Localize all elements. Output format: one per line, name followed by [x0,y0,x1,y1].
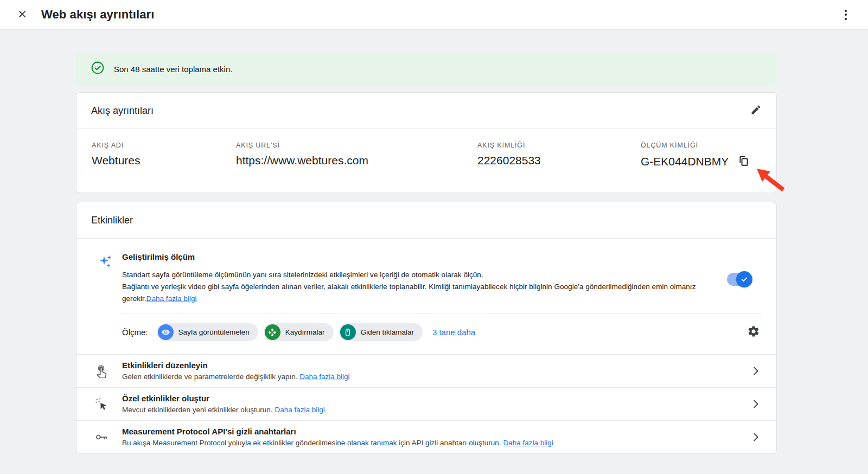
field-label: AKIŞ URL'Sİ [236,142,477,149]
pencil-icon [750,104,762,117]
kebab-icon [845,10,847,12]
close-button[interactable] [14,7,30,23]
copy-button[interactable] [736,154,751,169]
toggle-check-icon [736,271,752,287]
chevron-right-icon [749,430,763,444]
row-description: Mevcut etkinliklerden yeni etkinlikler o… [122,406,749,414]
enhanced-measurement-settings-button[interactable] [745,324,762,341]
chip-label: Kaydırmalar [285,328,325,336]
chip-page-views: Sayfa görüntülemeleri [157,323,258,341]
banner-message: Son 48 saatte veri toplama etkin. [114,65,232,74]
stream-details-header: Akış ayrıntıları [76,93,776,129]
main-content: Son 48 saatte veri toplama etkin. Akış a… [76,30,777,454]
row-description: Bu akışa Measurement Protocol yoluyla ek… [122,439,749,447]
enhanced-measurement-toggle[interactable] [727,273,751,286]
sparkle-icon [92,252,122,304]
data-collection-banner: Son 48 saatte veri toplama etkin. [76,53,777,85]
enhanced-measurement-section: Geliştirilmiş ölçüm Standart sayfa görün… [76,239,776,304]
check-circle-icon [91,61,105,77]
eye-icon [158,324,174,340]
learn-more-link[interactable]: Daha fazla bilgi [146,294,197,303]
row-title: Etkinlikleri düzenleyin [122,361,749,370]
field-stream-url: AKIŞ URL'Sİ https://www.webtures.com [236,142,477,169]
edit-button[interactable] [750,104,762,117]
enhanced-measurement-description: Standart sayfa görüntüleme ölçümünün yan… [122,269,712,304]
page-title: Web akışı ayrıntıları [41,8,154,22]
field-measurement-id: ÖLÇÜM KİMLİĞİ G-EK044DNBMY [641,142,761,169]
row-title: Measurement Protocol API'si gizli anahta… [122,427,749,436]
field-value: G-EK044DNBMY [641,154,761,169]
chip-scrolls: Kaydırmalar [264,323,334,341]
row-measurement-protocol-secrets[interactable]: Measurement Protocol API'si gizli anahta… [76,420,776,453]
events-title: Etkinlikler [91,215,133,226]
chip-label: Giden tıklamalar [361,328,414,336]
field-value: 2226028533 [477,154,641,167]
cursor-icon [92,397,122,411]
chip-outbound-clicks: Giden tıklamalar [339,323,423,341]
scroll-icon [265,324,280,340]
field-label: AKIŞ ADI [92,142,236,149]
field-stream-id: AKIŞ KİMLİĞİ 2226028533 [477,142,641,169]
copy-icon [737,155,750,169]
row-description: Gelen etkinliklerde ve parametrelerde de… [122,373,749,381]
measurement-id-value: G-EK044DNBMY [641,155,729,168]
close-icon [17,9,28,21]
gear-icon [747,325,760,340]
kebab-menu-button[interactable] [838,7,854,23]
top-bar: Web akışı ayrıntıları [0,0,868,30]
stream-details-card: Akış ayrıntıları AKIŞ ADI Webtures AKIŞ … [76,92,777,193]
field-value: https://www.webtures.com [236,154,477,167]
field-value: Webtures [92,154,236,167]
description-line-2: Bağlantı ve yerleşik video gibi sayfa öğ… [122,281,712,305]
stream-details-title: Akış ayrıntıları [91,105,154,117]
chevron-right-icon [749,364,763,378]
row-create-custom-events[interactable]: Özel etkinlikler oluştur Mevcut etkinlik… [76,387,776,420]
chip-label: Sayfa görüntülemeleri [178,328,250,336]
stream-fields: AKIŞ ADI Webtures AKIŞ URL'Sİ https://ww… [76,129,776,193]
measuring-row: Ölçme: Sayfa görüntülemeleri Kaydırmalar… [76,313,776,354]
learn-more-link[interactable]: Daha fazla bilgi [299,373,349,381]
field-label: AKIŞ KİMLİĞİ [477,142,641,149]
measure-label: Ölçme: [122,328,148,337]
touch-icon [92,364,122,378]
chevron-right-icon [749,397,763,411]
description-line-1: Standart sayfa görüntüleme ölçümünün yan… [122,269,712,281]
learn-more-link[interactable]: Daha fazla bilgi [275,406,324,414]
mouse-icon [340,324,356,340]
row-title: Özel etkinlikler oluştur [122,394,749,403]
key-icon [92,430,122,444]
enhanced-measurement-title: Geliştirilmiş ölçüm [122,252,712,261]
field-label: ÖLÇÜM KİMLİĞİ [641,142,761,149]
row-modify-events[interactable]: Etkinlikleri düzenleyin Gelen etkinlikle… [76,354,776,387]
events-card: Etkinlikler Geliştirilmiş ölçüm Standart… [76,202,777,454]
more-chips-link[interactable]: 3 tane daha [432,328,475,337]
events-header: Etkinlikler [76,202,776,239]
field-stream-name: AKIŞ ADI Webtures [92,142,236,169]
learn-more-link[interactable]: Daha fazla bilgi [503,439,553,447]
